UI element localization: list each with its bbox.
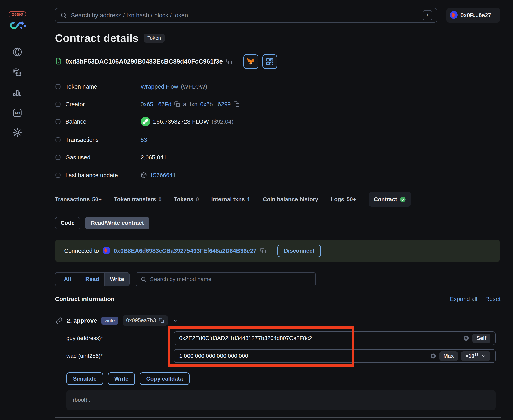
copy-address-icon[interactable] [226,59,232,65]
account-address: 0x0B...6e27 [461,12,491,19]
method-search-input[interactable] [150,276,311,283]
multiplier-text: ×10 [465,353,474,359]
filter-read[interactable]: Read [80,273,104,286]
app-logo-icon[interactable] [7,20,29,31]
connected-account-button[interactable]: 0x0B...6e27 [447,8,500,22]
token-type-badge: Token [144,34,165,43]
contract-information-title: Contract information [55,296,115,302]
creator-row: Creator 0x65...66Fd at txn 0x6b...6299 [55,99,240,110]
global-search-input[interactable] [71,12,419,19]
copy-txn-icon[interactable] [234,101,240,107]
read-write-contract-tab-button[interactable]: Read/Write contract [85,217,149,229]
contract-details-page: testnet API [0,0,513,420]
last-balance-update-label: Last balance update [65,172,118,179]
filter-write[interactable]: Write [104,273,129,286]
creator-address-link[interactable]: 0x65...66Fd [141,101,171,108]
multiplier-exponent: 18 [474,352,478,357]
contract-address: 0xd3bF53DAC106A0290B0483EcBC89d40FcC961f… [65,58,223,65]
code-tab-button[interactable]: Code [55,217,80,229]
field-label-wad: wad (uint256)* [66,353,174,359]
token-name-row: Token name Wrapped Flow (WFLOW) [55,81,207,92]
field-row-wad: wad (uint256)* Max ×1018 [66,349,496,363]
disconnect-button[interactable]: Disconnect [278,245,321,257]
guy-address-input[interactable] [179,335,460,342]
global-search[interactable]: / [55,8,437,22]
account-avatar [450,11,458,20]
add-to-metamask-button[interactable] [243,54,258,69]
page-header: Contract details Token [55,32,165,44]
method-type-segmented-control: All Read Write [55,272,130,286]
gas-used-label: Gas used [65,154,90,161]
multiplier-dropdown[interactable]: ×1018 [461,351,491,361]
output-bool-text: (bool) : [73,397,90,403]
tab-token-transfers[interactable]: Token transfers0 [114,196,161,202]
anchor-link-icon[interactable] [56,317,62,324]
testnet-badge: testnet [9,11,26,17]
last-balance-update-row: Last balance update 15666641 [55,170,176,180]
info-icon[interactable] [55,101,61,107]
qr-code-button[interactable] [262,54,277,69]
reset-link[interactable]: Reset [485,296,500,302]
field-input-wad-wrapper: Max ×1018 [174,349,496,363]
field-input-guy-wrapper: Self [174,331,496,345]
copy-calldata-button[interactable]: Copy calldata [140,373,190,385]
settings-gear-icon[interactable] [13,128,22,137]
contract-address-row: 0xd3bF53DAC106A0290B0483EcBC89d40FcC961f… [55,54,277,69]
info-icon[interactable] [55,172,61,178]
method-search[interactable] [136,272,316,286]
transactions-count-link[interactable]: 53 [141,136,147,143]
verified-contract-icon [55,58,62,66]
method-actions: Simulate Write Copy calldata [66,373,190,385]
address-tabs: Transactions50+ Token transfers0 Tokens0… [55,191,411,207]
clear-wad-icon[interactable] [430,353,436,359]
field-label-guy: guy (address)* [66,335,174,341]
tab-logs[interactable]: Logs50+ [331,196,356,202]
network-globe-icon[interactable] [13,47,22,57]
last-balance-block-link[interactable]: 15666641 [150,172,176,179]
info-icon[interactable] [55,137,61,143]
wallet-avatar [103,247,110,255]
wad-amount-input[interactable] [179,352,427,360]
max-button[interactable]: Max [439,351,458,361]
balance-amount: 156.73532723 FLOW [153,118,209,125]
method-selector-chip: 0x095ea7b3 [123,315,168,326]
transactions-label: Transactions [65,136,99,143]
contract-information-header: Contract information Expand all Reset [55,296,500,302]
creation-txn-link[interactable]: 0x6b...6299 [200,101,231,108]
self-button[interactable]: Self [472,334,491,343]
info-icon[interactable] [55,119,61,125]
token-symbol: (WFLOW) [181,83,207,90]
tab-tokens[interactable]: Tokens0 [174,196,199,202]
creator-label: Creator [65,101,85,108]
tab-coin-balance-history[interactable]: Coin balance history [263,196,318,202]
stats-chart-icon[interactable] [13,88,22,97]
api-icon[interactable]: API [13,108,22,118]
token-name-link[interactable]: Wrapped Flow [141,83,178,90]
tab-contract[interactable]: Contract [369,192,411,207]
gas-used-row: Gas used 2,065,041 [55,152,167,163]
copy-creator-icon[interactable] [174,101,180,107]
tab-transactions[interactable]: Transactions50+ [55,196,102,202]
transactions-row: Transactions 53 [55,135,147,145]
qr-code-icon [265,57,274,66]
connected-to-text: Connected to [64,248,99,254]
connected-wallet-address-link[interactable]: 0x0B8EA6d6983cCBa39275493FEf648a2D64B36e… [114,248,256,254]
clear-guy-icon[interactable] [463,335,469,341]
tokens-coins-icon[interactable] [13,68,22,77]
write-button[interactable]: Write [108,373,135,385]
copy-wallet-address-icon[interactable] [260,248,266,254]
search-icon [60,12,67,19]
sidebar: testnet API [0,0,35,420]
copy-selector-icon[interactable] [159,318,164,323]
expand-all-link[interactable]: Expand all [450,296,477,302]
collapse-method-chevron-icon[interactable] [172,317,178,323]
filter-all[interactable]: All [55,273,80,286]
info-icon[interactable] [55,83,61,90]
at-txn-text: at txn [183,101,197,108]
write-method-badge: write [101,316,118,325]
info-icon[interactable] [55,154,61,160]
simulate-button[interactable]: Simulate [66,373,103,385]
tab-internal-txns[interactable]: Internal txns1 [211,196,250,202]
flow-token-icon [141,117,150,127]
method-approve-row[interactable]: 2. approve write 0x095ea7b3 [56,315,178,326]
